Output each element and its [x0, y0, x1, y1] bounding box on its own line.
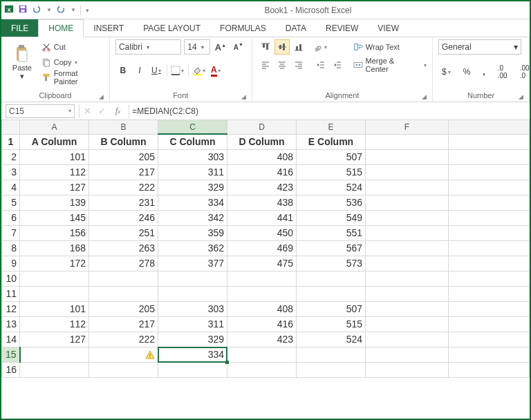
cell[interactable]: 112 [20, 316, 89, 332]
cell[interactable]: 251 [89, 225, 158, 240]
cell[interactable]: 551 [297, 225, 366, 240]
cell[interactable]: 438 [227, 195, 297, 210]
cell[interactable]: 217 [89, 164, 158, 180]
row-header[interactable]: 7 [2, 225, 20, 240]
alignment-dialog-launcher-icon[interactable]: ◢ [422, 93, 427, 100]
cell[interactable]: 524 [297, 180, 366, 195]
enter-icon[interactable]: ✓ [98, 106, 106, 116]
undo-dropdown-icon[interactable]: ▼ [46, 7, 52, 13]
cell[interactable] [449, 301, 530, 316]
cell[interactable]: 205 [89, 149, 158, 164]
row-header[interactable]: 5 [2, 195, 20, 210]
cell[interactable]: 145 [20, 210, 89, 225]
row-header[interactable]: 16 [2, 362, 20, 377]
wrap-text-button[interactable]: Wrap Text [353, 39, 427, 55]
cell[interactable] [158, 271, 227, 286]
redo-dropdown-icon[interactable]: ▼ [71, 7, 76, 13]
cell[interactable] [449, 362, 530, 377]
font-color-button[interactable]: A▾ [208, 63, 223, 78]
cell[interactable]: 334 [158, 347, 227, 362]
cell[interactable]: 416 [227, 316, 297, 332]
increase-decimal-icon[interactable]: .0.00 [494, 64, 511, 79]
underline-button[interactable]: U▾ [149, 63, 164, 78]
tab-review[interactable]: REVIEW [316, 19, 368, 37]
cell[interactable] [449, 210, 530, 225]
col-header[interactable]: C [158, 120, 227, 134]
tab-formulas[interactable]: FORMULAS [210, 19, 276, 37]
tab-page-layout[interactable]: PAGE LAYOUT [133, 19, 210, 37]
align-center-icon[interactable] [274, 57, 290, 73]
cell[interactable]: ! [89, 347, 158, 362]
cell[interactable]: 329 [158, 180, 227, 195]
cell[interactable]: 246 [89, 210, 158, 225]
cell[interactable]: 217 [89, 316, 158, 332]
col-header[interactable] [449, 120, 530, 134]
decrease-decimal-icon[interactable]: .00.0 [516, 64, 531, 79]
row-header[interactable]: 4 [2, 180, 20, 195]
cell[interactable]: 423 [227, 180, 297, 195]
fx-icon[interactable]: fx [115, 106, 120, 116]
tab-data[interactable]: DATA [276, 19, 316, 37]
orientation-icon[interactable]: ab▾ [313, 39, 328, 55]
cell[interactable]: 423 [227, 332, 297, 347]
cell[interactable]: 278 [89, 256, 158, 271]
cell[interactable] [297, 271, 366, 286]
cell[interactable] [449, 347, 530, 362]
merge-center-button[interactable]: Merge & Center▾ [353, 57, 427, 73]
cell[interactable]: 112 [20, 164, 89, 180]
cell[interactable] [89, 271, 158, 286]
cell[interactable]: 303 [158, 149, 227, 164]
cell[interactable] [20, 271, 89, 286]
cell[interactable] [297, 347, 366, 362]
cell[interactable]: 205 [89, 301, 158, 316]
cell[interactable]: 362 [158, 240, 227, 256]
cell[interactable]: 311 [158, 164, 227, 180]
error-indicator-icon[interactable]: ! [145, 350, 155, 360]
cell[interactable]: 311 [158, 316, 227, 332]
cell[interactable] [449, 149, 530, 164]
cell[interactable]: E Column [297, 134, 366, 149]
bold-button[interactable]: B [115, 63, 131, 78]
cell[interactable] [366, 271, 449, 286]
col-header[interactable]: D [227, 120, 297, 134]
col-header[interactable]: B [89, 120, 158, 134]
percent-format-icon[interactable]: % [460, 64, 474, 79]
cell[interactable] [366, 256, 449, 271]
cell[interactable]: 263 [89, 240, 158, 256]
row-header[interactable]: 15 [2, 347, 20, 362]
cell[interactable] [20, 362, 89, 377]
col-header[interactable]: A [20, 120, 89, 134]
cell[interactable] [366, 240, 449, 256]
cell[interactable]: 168 [20, 240, 89, 256]
cell[interactable]: 573 [297, 256, 366, 271]
cell[interactable] [227, 347, 297, 362]
cell[interactable]: 222 [89, 180, 158, 195]
cell[interactable] [449, 195, 530, 210]
accounting-format-icon[interactable]: $▾ [438, 64, 454, 79]
cell[interactable] [366, 347, 449, 362]
cell[interactable]: 101 [20, 149, 89, 164]
cell[interactable] [449, 164, 530, 180]
cell[interactable]: 524 [297, 332, 366, 347]
tab-insert[interactable]: INSERT [84, 19, 133, 37]
cell[interactable]: D Column [227, 134, 297, 149]
cell[interactable] [366, 149, 449, 164]
fill-color-button[interactable]: ▾ [192, 63, 207, 78]
font-size-combo[interactable]: 14▾ [184, 39, 210, 55]
cell[interactable] [297, 286, 366, 301]
cell[interactable]: 172 [20, 256, 89, 271]
align-bottom-icon[interactable] [291, 39, 306, 55]
cell[interactable]: 101 [20, 301, 89, 316]
cell[interactable]: 231 [89, 195, 158, 210]
name-box[interactable]: C15▾ [6, 104, 75, 118]
cell[interactable] [366, 316, 449, 332]
cell[interactable] [366, 180, 449, 195]
cell[interactable]: 303 [158, 301, 227, 316]
cell[interactable]: 334 [158, 195, 227, 210]
cell[interactable]: 329 [158, 332, 227, 347]
cell[interactable] [366, 164, 449, 180]
save-icon[interactable] [18, 4, 28, 16]
align-left-icon[interactable] [258, 57, 273, 73]
cell[interactable] [227, 271, 297, 286]
paste-button[interactable]: Paste ▾ [7, 39, 37, 85]
